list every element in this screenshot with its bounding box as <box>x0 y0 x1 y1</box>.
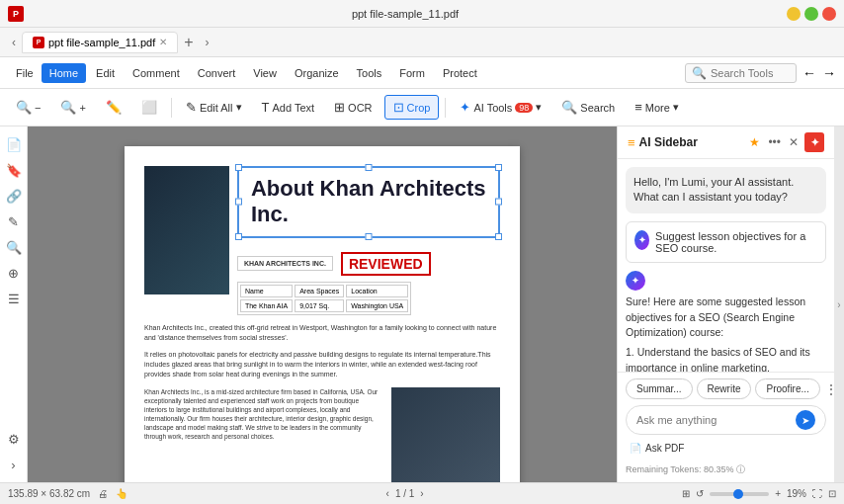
sidebar-bookmarks-icon[interactable]: 🔖 <box>2 158 26 182</box>
page-next-icon[interactable]: › <box>420 488 423 499</box>
ai-proofread-button[interactable]: Proofire... <box>755 378 819 399</box>
zoom-slider[interactable] <box>710 492 769 496</box>
menu-home[interactable]: Home <box>42 63 86 83</box>
tab-close[interactable]: ✕ <box>159 37 167 47</box>
left-sidebar: 📄 🔖 🔗 ✎ 🔍 ⊕ ☰ ⚙ › <box>0 126 28 482</box>
handle-mr[interactable] <box>495 199 502 206</box>
zoom-add-icon[interactable]: + <box>775 488 781 499</box>
sidebar-pages-icon[interactable]: 📄 <box>2 132 26 156</box>
ocr-icon: ⊞ <box>334 100 345 115</box>
ai-active-indicator[interactable]: ✦ <box>804 132 824 152</box>
maximize-pdf-icon[interactable]: ⊡ <box>828 488 836 499</box>
new-tab-button[interactable]: + <box>178 34 199 51</box>
menu-view[interactable]: View <box>245 63 285 83</box>
ai-ask-pdf-row: 📄 Ask PDF <box>626 441 826 456</box>
page-prev-icon[interactable]: ‹ <box>386 488 389 499</box>
rotate-icon[interactable]: ↺ <box>696 488 704 499</box>
select-button[interactable]: ⬜ <box>133 96 165 119</box>
search-button[interactable]: 🔍 Search <box>553 96 623 119</box>
menu-edit[interactable]: Edit <box>88 63 123 83</box>
minimize-button[interactable] <box>787 7 801 21</box>
pdf-logo-area: KHAN ARCHITECTS INC. REVIEWED <box>237 252 500 276</box>
ai-sidebar: ≡ AI Sidebar ★ ••• ✕ ✦ Hello, I'm Lumi, … <box>617 126 834 482</box>
fullscreen-icon[interactable]: ⛶ <box>812 488 822 499</box>
zoom-thumb[interactable] <box>733 489 743 499</box>
menu-file[interactable]: File <box>8 63 42 83</box>
ai-tools-button[interactable]: ✦ AI Tools 98 ▾ <box>452 96 549 119</box>
handle-tm[interactable] <box>365 164 372 171</box>
ai-send-button[interactable]: ➤ <box>796 410 815 430</box>
search-tools-input[interactable] <box>711 67 790 79</box>
maximize-button[interactable] <box>804 7 818 21</box>
ai-dots-button[interactable]: ••• <box>766 133 783 151</box>
sidebar-annotations-icon[interactable]: ✎ <box>2 210 26 233</box>
ai-sidebar-title: AI Sidebar <box>639 135 744 149</box>
ai-rewrite-button[interactable]: Rewrite <box>697 378 752 399</box>
table-header-row: Name Area Spaces Location <box>240 285 408 297</box>
ai-suggestion-box[interactable]: ✦ Suggest lesson objectives for a SEO co… <box>626 221 826 263</box>
menu-protect[interactable]: Protect <box>435 63 485 83</box>
tab-prev[interactable]: ‹ <box>6 34 22 51</box>
menu-comment[interactable]: Comment <box>125 63 188 83</box>
table-data-row: The Khan AIA 9,017 Sq. Washington USA <box>240 299 408 312</box>
ai-action-buttons: Summar... Rewrite Proofire... ⋮ <box>626 378 826 399</box>
zoom-out-button[interactable]: 🔍 − <box>8 96 48 119</box>
ai-response-intro: Sure! Here are some suggested lesson obj… <box>626 294 826 341</box>
ocr-button[interactable]: ⊞ OCR <box>326 96 380 119</box>
print-icon[interactable]: 🖨 <box>98 488 108 499</box>
pdf-top-row: About Khan Architects Inc. KHAN ARCHITEC… <box>144 166 500 379</box>
sidebar-search-icon[interactable]: 🔍 <box>2 235 26 259</box>
active-tab[interactable]: P ppt file-sample_11.pdf ✕ <box>22 32 178 53</box>
pdf-title-box[interactable]: About Khan Architects Inc. <box>237 166 500 238</box>
window-controls[interactable] <box>787 7 836 21</box>
add-text-button[interactable]: T Add Text <box>254 96 323 119</box>
cursor-icon[interactable]: 👆 <box>116 488 127 499</box>
search-tools[interactable]: 🔍 <box>685 63 797 83</box>
table-header-area: Area Spaces <box>295 285 344 297</box>
ai-avatar-suggestion: ✦ <box>634 230 649 250</box>
menu-convert[interactable]: Convert <box>190 63 244 83</box>
app-icon: P <box>8 6 24 22</box>
more-button[interactable]: ≡ More ▾ <box>627 96 687 119</box>
ai-ask-pdf-button[interactable]: Ask PDF <box>645 443 684 454</box>
draw-button[interactable]: ✏️ <box>98 96 129 119</box>
ai-close-button[interactable]: ✕ <box>787 133 801 151</box>
ai-input[interactable] <box>636 414 792 426</box>
handle-br[interactable] <box>495 233 502 240</box>
close-button[interactable] <box>822 7 836 21</box>
sidebar-links-icon[interactable]: 🔗 <box>2 184 26 208</box>
zoom-in-button[interactable]: 🔍 + <box>52 96 93 119</box>
menu-right: 🔍 ← → <box>685 63 836 83</box>
fit-icon[interactable]: ⊞ <box>682 488 690 499</box>
sidebar-bottom-icon[interactable]: › <box>2 453 26 476</box>
sidebar-more-icon[interactable]: ☰ <box>2 287 26 310</box>
ai-input-row: ➤ <box>626 405 826 435</box>
status-center: ‹ 1 / 1 › <box>139 488 670 499</box>
search-label: Search <box>580 102 615 114</box>
table-header-name: Name <box>240 285 293 297</box>
tab-next[interactable]: › <box>200 34 215 51</box>
ai-star-button[interactable]: ★ <box>747 133 762 151</box>
pdf-viewer[interactable]: About Khan Architects Inc. KHAN ARCHITEC… <box>28 126 617 482</box>
menu-tools[interactable]: Tools <box>349 63 390 83</box>
handle-bl[interactable] <box>235 233 242 240</box>
nav-forward-button[interactable]: → <box>822 65 836 81</box>
handle-tl[interactable] <box>235 164 242 171</box>
menu-organize[interactable]: Organize <box>287 63 347 83</box>
ai-response-item-1: 1. Understand the basics of SEO and its … <box>626 345 826 372</box>
sidebar-layers-icon[interactable]: ⊕ <box>2 261 26 285</box>
crop-button[interactable]: ⊡ Crop <box>384 95 440 120</box>
nav-back-button[interactable]: ← <box>802 65 816 81</box>
edit-all-button[interactable]: ✎ Edit All ▾ <box>178 96 250 119</box>
handle-tr[interactable] <box>495 164 502 171</box>
menu-form[interactable]: Form <box>391 63 433 83</box>
right-expand-handle[interactable]: › <box>834 126 844 482</box>
sidebar-settings-icon[interactable]: ⚙ <box>2 427 26 451</box>
zoom-in-icon: 🔍 <box>60 100 76 115</box>
title-bar-left: P <box>8 6 24 22</box>
handle-bm[interactable] <box>365 233 372 240</box>
menu-bar: File Home Edit Comment Convert View Orga… <box>0 57 844 89</box>
ai-summarize-button[interactable]: Summar... <box>626 378 693 399</box>
toolbar-separator-1 <box>171 98 172 118</box>
handle-ml[interactable] <box>235 199 242 206</box>
